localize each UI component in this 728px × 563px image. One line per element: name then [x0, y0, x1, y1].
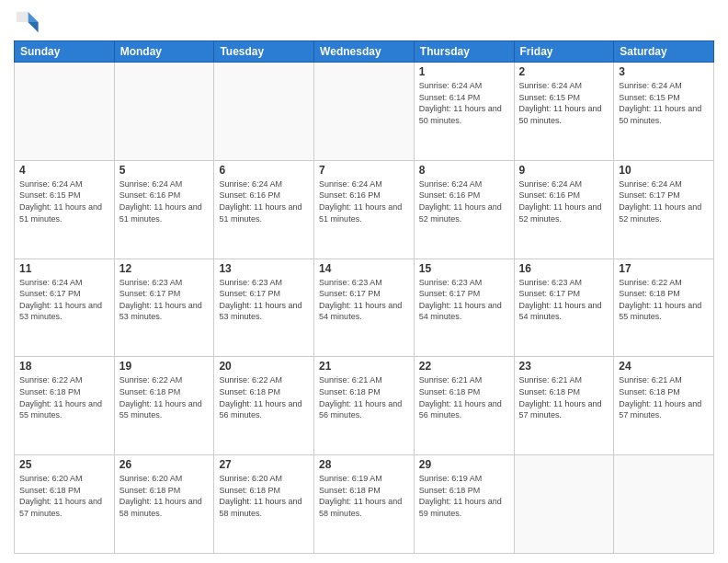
calendar-cell: 21Sunrise: 6:21 AM Sunset: 6:18 PM Dayli… [314, 357, 415, 455]
day-info: Sunrise: 6:23 AM Sunset: 6:17 PM Dayligh… [319, 277, 409, 323]
day-info: Sunrise: 6:20 AM Sunset: 6:18 PM Dayligh… [219, 473, 309, 519]
day-number: 28 [319, 458, 409, 471]
day-info: Sunrise: 6:24 AM Sunset: 6:16 PM Dayligh… [119, 178, 210, 224]
calendar-cell [15, 63, 115, 161]
day-number: 29 [419, 458, 509, 471]
day-number: 9 [519, 164, 609, 177]
calendar-table: SundayMondayTuesdayWednesdayThursdayFrid… [14, 40, 714, 554]
calendar-cell: 15Sunrise: 6:23 AM Sunset: 6:17 PM Dayli… [414, 259, 514, 357]
svg-marker-2 [17, 12, 28, 22]
day-number: 5 [119, 164, 210, 177]
day-number: 11 [19, 262, 109, 275]
week-row-2: 11Sunrise: 6:24 AM Sunset: 6:17 PM Dayli… [15, 259, 714, 357]
calendar-cell: 11Sunrise: 6:24 AM Sunset: 6:17 PM Dayli… [15, 259, 115, 357]
header-row: SundayMondayTuesdayWednesdayThursdayFrid… [15, 41, 714, 63]
calendar-cell: 4Sunrise: 6:24 AM Sunset: 6:15 PM Daylig… [15, 160, 115, 259]
calendar-cell: 12Sunrise: 6:23 AM Sunset: 6:17 PM Dayli… [114, 259, 214, 357]
day-number: 10 [619, 164, 709, 177]
header [14, 9, 714, 35]
day-header-monday: Monday [114, 41, 214, 63]
calendar-cell: 2Sunrise: 6:24 AM Sunset: 6:15 PM Daylig… [514, 63, 614, 161]
calendar-cell [614, 455, 714, 554]
day-info: Sunrise: 6:24 AM Sunset: 6:17 PM Dayligh… [19, 277, 109, 323]
day-number: 18 [19, 360, 109, 373]
day-info: Sunrise: 6:19 AM Sunset: 6:18 PM Dayligh… [419, 473, 509, 519]
day-info: Sunrise: 6:24 AM Sunset: 6:16 PM Dayligh… [419, 178, 509, 224]
calendar-cell: 10Sunrise: 6:24 AM Sunset: 6:17 PM Dayli… [614, 160, 714, 259]
day-number: 8 [419, 164, 509, 177]
day-info: Sunrise: 6:21 AM Sunset: 6:18 PM Dayligh… [619, 374, 709, 420]
day-number: 13 [219, 262, 309, 275]
day-number: 19 [119, 360, 210, 373]
page: SundayMondayTuesdayWednesdayThursdayFrid… [0, 0, 728, 563]
calendar-cell: 7Sunrise: 6:24 AM Sunset: 6:16 PM Daylig… [314, 160, 415, 259]
calendar-cell: 5Sunrise: 6:24 AM Sunset: 6:16 PM Daylig… [114, 160, 214, 259]
day-info: Sunrise: 6:23 AM Sunset: 6:17 PM Dayligh… [419, 277, 509, 323]
day-number: 1 [419, 65, 509, 78]
calendar-cell: 3Sunrise: 6:24 AM Sunset: 6:15 PM Daylig… [614, 63, 714, 161]
day-number: 21 [319, 360, 409, 373]
calendar-cell [514, 455, 614, 554]
calendar-cell: 16Sunrise: 6:23 AM Sunset: 6:17 PM Dayli… [514, 259, 614, 357]
calendar-cell [114, 63, 214, 161]
calendar-cell: 20Sunrise: 6:22 AM Sunset: 6:18 PM Dayli… [214, 357, 314, 455]
day-number: 6 [219, 164, 309, 177]
day-info: Sunrise: 6:19 AM Sunset: 6:18 PM Dayligh… [319, 473, 409, 519]
day-header-thursday: Thursday [414, 41, 514, 63]
day-info: Sunrise: 6:24 AM Sunset: 6:15 PM Dayligh… [519, 80, 609, 126]
calendar-cell: 6Sunrise: 6:24 AM Sunset: 6:16 PM Daylig… [214, 160, 314, 259]
day-number: 2 [519, 65, 609, 78]
calendar-cell: 13Sunrise: 6:23 AM Sunset: 6:17 PM Dayli… [214, 259, 314, 357]
day-info: Sunrise: 6:21 AM Sunset: 6:18 PM Dayligh… [319, 374, 409, 420]
day-info: Sunrise: 6:24 AM Sunset: 6:17 PM Dayligh… [619, 178, 709, 224]
calendar-cell: 14Sunrise: 6:23 AM Sunset: 6:17 PM Dayli… [314, 259, 415, 357]
logo-icon [14, 9, 40, 35]
calendar-cell: 19Sunrise: 6:22 AM Sunset: 6:18 PM Dayli… [114, 357, 214, 455]
day-info: Sunrise: 6:22 AM Sunset: 6:18 PM Dayligh… [619, 277, 709, 323]
calendar-cell: 28Sunrise: 6:19 AM Sunset: 6:18 PM Dayli… [314, 455, 415, 554]
day-header-wednesday: Wednesday [314, 41, 415, 63]
calendar-cell: 24Sunrise: 6:21 AM Sunset: 6:18 PM Dayli… [614, 357, 714, 455]
day-number: 25 [19, 458, 109, 471]
calendar-cell: 22Sunrise: 6:21 AM Sunset: 6:18 PM Dayli… [414, 357, 514, 455]
day-info: Sunrise: 6:24 AM Sunset: 6:16 PM Dayligh… [319, 178, 409, 224]
day-number: 14 [319, 262, 409, 275]
day-info: Sunrise: 6:23 AM Sunset: 6:17 PM Dayligh… [119, 277, 210, 323]
day-number: 3 [619, 65, 709, 78]
calendar-cell: 18Sunrise: 6:22 AM Sunset: 6:18 PM Dayli… [15, 357, 115, 455]
day-info: Sunrise: 6:24 AM Sunset: 6:15 PM Dayligh… [619, 80, 709, 126]
day-number: 4 [19, 164, 109, 177]
calendar-cell: 8Sunrise: 6:24 AM Sunset: 6:16 PM Daylig… [414, 160, 514, 259]
day-info: Sunrise: 6:20 AM Sunset: 6:18 PM Dayligh… [19, 473, 109, 519]
day-number: 26 [119, 458, 210, 471]
calendar-cell: 27Sunrise: 6:20 AM Sunset: 6:18 PM Dayli… [214, 455, 314, 554]
week-row-3: 18Sunrise: 6:22 AM Sunset: 6:18 PM Dayli… [15, 357, 714, 455]
day-number: 7 [319, 164, 409, 177]
logo [14, 9, 43, 35]
week-row-4: 25Sunrise: 6:20 AM Sunset: 6:18 PM Dayli… [15, 455, 714, 554]
day-info: Sunrise: 6:24 AM Sunset: 6:14 PM Dayligh… [419, 80, 509, 126]
day-info: Sunrise: 6:21 AM Sunset: 6:18 PM Dayligh… [419, 374, 509, 420]
day-header-friday: Friday [514, 41, 614, 63]
day-number: 20 [219, 360, 309, 373]
calendar-cell: 26Sunrise: 6:20 AM Sunset: 6:18 PM Dayli… [114, 455, 214, 554]
calendar-cell: 17Sunrise: 6:22 AM Sunset: 6:18 PM Dayli… [614, 259, 714, 357]
day-number: 23 [519, 360, 609, 373]
day-number: 16 [519, 262, 609, 275]
week-row-0: 1Sunrise: 6:24 AM Sunset: 6:14 PM Daylig… [15, 63, 714, 161]
day-number: 27 [219, 458, 309, 471]
calendar-cell: 9Sunrise: 6:24 AM Sunset: 6:16 PM Daylig… [514, 160, 614, 259]
calendar-cell [214, 63, 314, 161]
day-header-sunday: Sunday [15, 41, 115, 63]
day-info: Sunrise: 6:24 AM Sunset: 6:16 PM Dayligh… [219, 178, 309, 224]
day-header-saturday: Saturday [614, 41, 714, 63]
day-info: Sunrise: 6:22 AM Sunset: 6:18 PM Dayligh… [119, 374, 210, 420]
day-info: Sunrise: 6:23 AM Sunset: 6:17 PM Dayligh… [219, 277, 309, 323]
day-info: Sunrise: 6:23 AM Sunset: 6:17 PM Dayligh… [519, 277, 609, 323]
day-number: 22 [419, 360, 509, 373]
day-number: 24 [619, 360, 709, 373]
day-info: Sunrise: 6:24 AM Sunset: 6:16 PM Dayligh… [519, 178, 609, 224]
day-number: 12 [119, 262, 210, 275]
calendar-cell [314, 63, 415, 161]
day-info: Sunrise: 6:24 AM Sunset: 6:15 PM Dayligh… [19, 178, 109, 224]
